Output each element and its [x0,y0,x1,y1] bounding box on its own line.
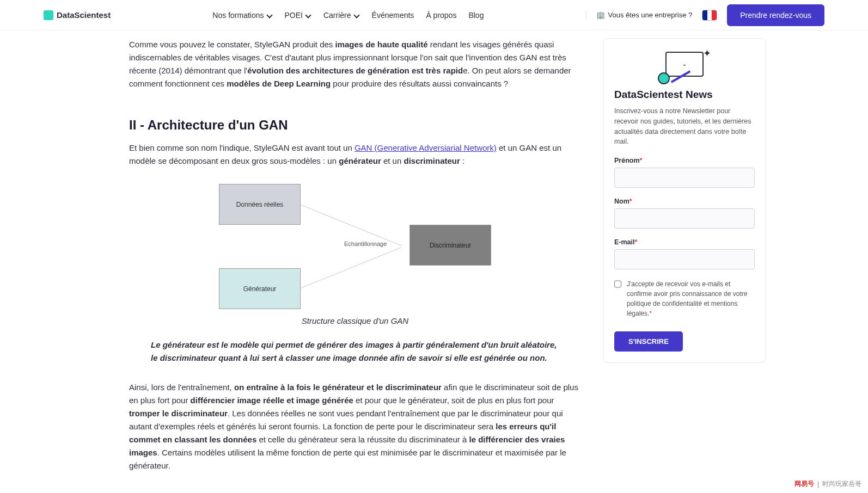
nom-input[interactable] [614,208,755,229]
diagram-sampling-label: Echantillonnage [344,241,387,247]
diagram-line [301,247,402,288]
newsletter-desc: Inscrivez-vous à notre Newsletter pour r… [614,106,755,147]
page-content: Comme vous pouvez le constater, StyleGAN… [26,0,842,493]
diagram-caption: Structure classique d'un GAN [129,315,581,328]
sparkle-icon: ✦ [703,47,711,59]
article-body: Comme vous pouvez le constater, StyleGAN… [129,38,581,481]
consent-checkbox[interactable] [614,280,621,288]
paragraph-intro: Comme vous pouvez le constater, StyleGAN… [129,38,581,90]
chevron-down-icon [353,12,360,19]
form-group-email: E-mail* [614,238,755,269]
magnifier-icon [658,72,670,84]
chevron-down-icon [305,12,311,19]
diagram-real-data: Données réelles [219,184,301,225]
nav-formations[interactable]: Nos formations [212,11,272,20]
logo[interactable]: DataScientest [44,10,111,20]
section-heading: II - Architecture d'un GAN [129,118,581,133]
newsletter-icon: ✦ [660,50,709,82]
watermark-brand: 网易号 [794,479,814,489]
newsletter-title: DataScientest News [614,89,755,101]
language-flag-fr[interactable] [702,10,717,21]
enterprise-link[interactable]: 🏢 Vous êtes une entreprise ? [586,11,693,19]
diagram-generator: Générateur [219,268,301,309]
nav-apropos[interactable]: À propos [426,11,456,20]
sidebar: ✦ DataScientest News Inscrivez-vous à no… [603,38,766,481]
form-group-prenom: Prénom* [614,157,755,188]
cta-button[interactable]: Prendre rendez-vous [727,4,824,26]
nav-evenements[interactable]: Événements [372,11,414,20]
form-group-nom: Nom* [614,198,755,229]
consent-row: J'accepte de recevoir vos e-mails et con… [614,279,755,318]
quote-block: Le générateur est le modèle qui permet d… [129,338,581,365]
watermark: 网易号 | 时尚玩家岳哥 [794,479,861,489]
building-icon: 🏢 [596,11,605,19]
diagram-line [301,205,402,246]
main-nav: Nos formations POEI Carrière Événements … [212,11,484,20]
newsletter-card: ✦ DataScientest News Inscrivez-vous à no… [603,38,766,363]
header-right: 🏢 Vous êtes une entreprise ? Prendre ren… [586,4,824,26]
paragraph-gan-def: Et bien comme son nom l'indique, StyleGA… [129,141,581,168]
watermark-author: 时尚玩家岳哥 [822,479,861,489]
prenom-input[interactable] [614,168,755,188]
nav-poei[interactable]: POEI [285,11,311,20]
logo-icon [44,10,53,20]
nav-carriere[interactable]: Carrière [323,11,360,20]
chevron-down-icon [266,12,273,19]
gan-link[interactable]: GAN (Generative Adversiarial Network) [354,143,497,152]
subscribe-button[interactable]: S'INSCRIRE [614,331,683,352]
email-input[interactable] [614,249,755,269]
site-header: DataScientest Nos formations POEI Carriè… [0,0,868,30]
prenom-label: Prénom* [614,157,755,164]
consent-label: J'accepte de recevoir vos e-mails et con… [627,279,755,318]
nav-blog[interactable]: Blog [468,11,484,20]
paragraph-training: Ainsi, lors de l'entraînement, on entraî… [129,381,581,472]
diagram-discriminator: Discriminateur [409,225,491,266]
gan-diagram: Données réelles Générateur Discriminateu… [219,184,491,309]
nom-label: Nom* [614,198,755,205]
email-label: E-mail* [614,238,755,246]
logo-text: DataScientest [57,10,111,20]
